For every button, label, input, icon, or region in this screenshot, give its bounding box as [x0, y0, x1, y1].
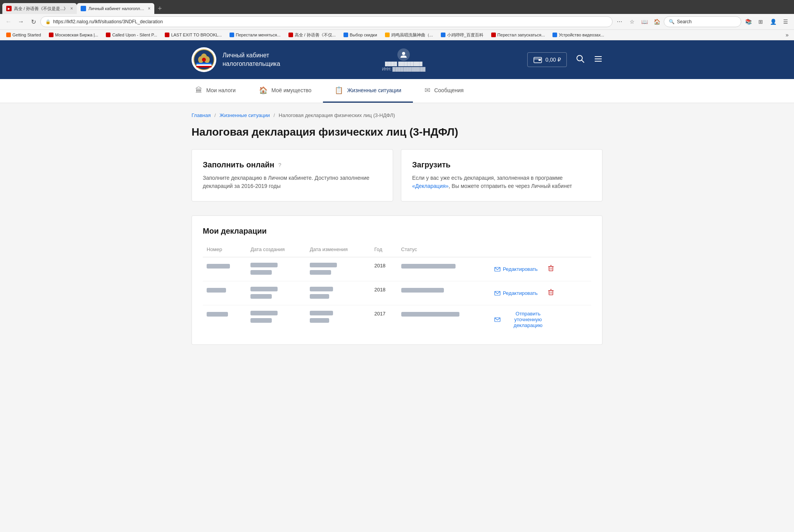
menu-button[interactable]: ☰: [780, 16, 791, 27]
breadcrumb: Главная / Жизненные ситуации / Налоговая…: [192, 112, 602, 118]
upload-desc-prefix: Если у вас уже есть декларация, заполнен…: [412, 175, 563, 181]
extensions-button[interactable]: ⋯: [614, 16, 625, 27]
row1-delete-button[interactable]: [544, 263, 558, 275]
breadcrumb-life-situations[interactable]: Жизненные ситуации: [219, 112, 270, 118]
tab-other[interactable]: ▶ 高全 / 孙语善《不仅是是...》 ×: [2, 3, 77, 14]
bookmark-gaoquan[interactable]: 高全 / 孙语善《不仅...: [285, 31, 339, 39]
row1-date-created: [247, 257, 306, 281]
bookmark-called-upon[interactable]: Called Upon - Silent P...: [103, 32, 160, 38]
bookmark-favicon: [552, 33, 557, 37]
tab-life-situations[interactable]: 📋 Жизненные ситуации: [323, 79, 413, 103]
bookmark-mosbirzha[interactable]: Московская Биржа |...: [46, 32, 101, 38]
upload-card[interactable]: Загрузить Если у вас уже есть декларация…: [401, 149, 602, 201]
reader-button[interactable]: 📖: [639, 16, 650, 27]
back-button[interactable]: ←: [3, 16, 14, 27]
bookmark-ustroistvo[interactable]: Устройство видеозах...: [549, 32, 607, 38]
bookmark-last-exit[interactable]: LAST EXIT TO BROOKL...: [162, 32, 225, 38]
page-content: Главная / Жизненные ситуации / Налоговая…: [184, 103, 610, 354]
row2-edit-label: Редактировать: [503, 290, 538, 296]
col-status: Статус: [397, 243, 490, 257]
header-menu-button[interactable]: [594, 55, 602, 65]
tab-messages[interactable]: ✉ Сообщения: [413, 79, 475, 103]
header-inner: Личный кабинет налогоплательщика ████ ██…: [184, 40, 610, 79]
svg-rect-17: [549, 267, 553, 271]
home-button[interactable]: 🏠: [651, 16, 662, 27]
row1-edit-button[interactable]: Редактировать: [494, 266, 538, 272]
tab-close-1[interactable]: ×: [70, 6, 73, 11]
refresh-button[interactable]: ↻: [28, 16, 39, 27]
library-button[interactable]: 📚: [743, 16, 754, 27]
fill-online-card[interactable]: Заполнить онлайн ? Заполните декларацию …: [192, 149, 393, 201]
tab-my-property[interactable]: 🏠 Моё имущество: [247, 79, 323, 103]
row2-date-modified-line2: [310, 294, 329, 299]
header-user[interactable]: ████ ████████ ИНН: ████████████: [382, 48, 425, 71]
row3-number-value: [207, 312, 228, 317]
svg-rect-10: [539, 59, 541, 61]
tab-active[interactable]: Личный кабинет налогоплате... ×: [77, 3, 154, 14]
tab-my-taxes[interactable]: 🏛 Мои налоги: [184, 79, 247, 103]
bookmark-jiming[interactable]: 鸡鸣虽唱洗脑神曲（...: [382, 31, 436, 39]
bookmark-getting-started[interactable]: Getting Started: [3, 32, 44, 38]
search-placeholder: Search: [677, 19, 692, 24]
wallet-amount: 0,00 ₽: [545, 57, 561, 63]
my-taxes-label: Мои налоги: [206, 87, 236, 93]
fill-online-desc: Заполните декларацию в Личном кабинете. …: [203, 174, 382, 190]
row3-status: [397, 305, 490, 334]
browser-right-buttons: 📚 ⊞ 👤 ☰: [743, 16, 791, 27]
upload-desc-link[interactable]: «Декларация»: [412, 183, 449, 189]
bookmark-label: 鸡鸣虽唱洗脑神曲（...: [391, 32, 433, 38]
table-header-row: Номер Дата создания Дата изменения Год С…: [203, 243, 591, 257]
row2-number-value: [207, 288, 226, 293]
site-header: Личный кабинет налогоплательщика ████ ██…: [0, 40, 794, 79]
profile-button[interactable]: 👤: [768, 16, 778, 27]
row2-status-value: [401, 288, 444, 293]
page-title: Налоговая декларация физических лиц (3-Н…: [192, 126, 602, 138]
forward-button[interactable]: →: [16, 16, 26, 27]
tab-favicon-2: [81, 6, 86, 11]
bookmark-label: Московская Биржа |...: [55, 33, 98, 37]
bookmark-perestali[interactable]: Перестали меняться...: [226, 32, 284, 38]
svg-point-4: [202, 58, 206, 62]
col-number: Номер: [203, 243, 247, 257]
bookmark-vybor[interactable]: Выбор скидки: [340, 32, 380, 38]
bookmark-xiaoji[interactable]: 小鸡哔哔_百度百科: [438, 31, 487, 39]
upload-desc-suffix: , Вы можете отправить ее через Личный ка…: [449, 183, 572, 189]
row3-send-button[interactable]: Отправить уточненную декларацию: [494, 311, 553, 328]
row2-edit-button[interactable]: Редактировать: [494, 290, 538, 296]
trash-icon: [547, 264, 555, 272]
life-situations-icon: 📋: [335, 86, 343, 95]
sidebar-button[interactable]: ⊞: [755, 16, 766, 27]
bookmarks-more-button[interactable]: »: [783, 31, 791, 39]
bookmark-perestal[interactable]: Перестал запускаться...: [488, 32, 548, 38]
row2-actions-cell: Редактировать: [494, 287, 587, 300]
bookmark-button[interactable]: ☆: [627, 16, 637, 27]
lock-icon: 🔒: [45, 19, 51, 24]
tab-close-2[interactable]: ×: [148, 6, 150, 11]
bookmark-favicon: [491, 33, 496, 37]
help-icon[interactable]: ?: [278, 162, 281, 168]
breadcrumb-home[interactable]: Главная: [192, 112, 211, 118]
row3-send-label: Отправить уточненную декларацию: [503, 311, 553, 328]
browser-search[interactable]: 🔍 Search: [664, 16, 741, 27]
col-actions: [490, 243, 591, 257]
upload-title-text: Загрузить: [412, 160, 451, 169]
header-search-button[interactable]: [576, 55, 585, 65]
address-bar[interactable]: 🔒 https://lkfl2.nalog.ru/lkfl/situations…: [40, 16, 613, 27]
row2-actions: Редактировать: [490, 281, 591, 305]
life-situations-label: Жизненные ситуации: [347, 87, 401, 93]
new-tab-button[interactable]: +: [154, 3, 165, 14]
row2-delete-button[interactable]: [544, 287, 558, 300]
header-wallet[interactable]: 0,00 ₽: [527, 52, 567, 67]
row3-date-modified: [306, 305, 370, 334]
browser-toolbar: ← → ↻ 🔒 https://lkfl2.nalog.ru/lkfl/situ…: [0, 14, 794, 30]
svg-rect-7: [196, 63, 212, 64]
user-avatar-icon: [397, 48, 410, 61]
logo-text: Личный кабинет налогоплательщика: [223, 51, 280, 69]
nav-tabs-inner: 🏛 Мои налоги 🏠 Моё имущество 📋 Жизненные…: [184, 79, 610, 103]
row2-date-created-line1: [250, 287, 278, 291]
table-row: 2018 Редактирова: [203, 281, 591, 305]
messages-icon: ✉: [425, 86, 430, 95]
trash-icon: [547, 288, 555, 296]
row3-date-created: [247, 305, 306, 334]
row1-date-modified-line1: [310, 263, 337, 267]
